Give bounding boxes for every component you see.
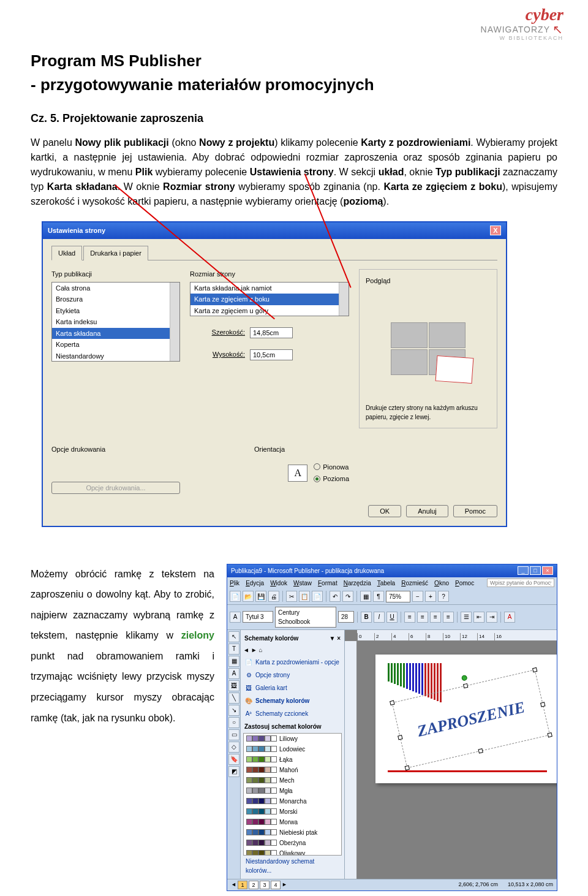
list-item[interactable]: Koperta	[52, 339, 179, 351]
list-item[interactable]: Etykieta	[52, 305, 179, 317]
justify-icon[interactable]: ≡	[443, 612, 454, 623]
wysokosc-input[interactable]	[250, 349, 293, 360]
anuluj-button[interactable]: Anuluj	[406, 505, 448, 517]
page-canvas[interactable]: ZAPROSZENIE	[375, 655, 557, 783]
shapes-icon[interactable]: ◇	[228, 742, 239, 753]
undo-icon[interactable]: ↶	[330, 591, 341, 602]
scheme-row[interactable]: Oliwkowy	[244, 848, 341, 856]
task-dropdown-icon[interactable]: ▼ ×	[329, 634, 341, 643]
menu-item[interactable]: Format	[318, 579, 337, 588]
nav-back-icon[interactable]: ◄	[243, 647, 249, 653]
close-button[interactable]: ×	[542, 566, 553, 575]
selection-handle[interactable]	[390, 700, 394, 705]
align-left-icon[interactable]: ≡	[404, 612, 415, 623]
page-tab[interactable]: 3	[260, 881, 270, 889]
nav-fwd-icon[interactable]: ►	[251, 647, 257, 653]
task-pane-item[interactable]: 📄Karta z pozdrowieniami - opcje	[243, 656, 342, 669]
styles-icon[interactable]: A	[230, 612, 241, 623]
scheme-row[interactable]: Łąka	[244, 754, 341, 765]
typ-publikacji-listbox[interactable]: Cała stronaBroszuraEtykietaKarta indeksu…	[51, 282, 180, 362]
canvas-area[interactable]: 0246810121416	[345, 630, 557, 879]
scheme-row[interactable]: Monarcha	[244, 796, 341, 807]
picture-icon[interactable]: 🖼	[228, 680, 239, 691]
radio-pionowa[interactable]: Pionowa	[314, 462, 349, 473]
list-item[interactable]: Cała strona	[52, 283, 179, 294]
list-item[interactable]: Karta indeksu	[52, 316, 179, 328]
scheme-row[interactable]: Oberżyna	[244, 838, 341, 848]
app-titlebar[interactable]: Publikacja9 - Microsoft Publisher - publ…	[227, 564, 557, 577]
columns-icon[interactable]: ▦	[360, 591, 371, 602]
zoom-in-icon[interactable]: +	[425, 591, 436, 602]
menu-item[interactable]: Edycja	[246, 579, 264, 588]
selection-handle[interactable]	[398, 735, 402, 740]
help-icon[interactable]: ?	[438, 591, 449, 602]
align-center-icon[interactable]: ≡	[417, 612, 428, 623]
menu-item[interactable]: Tabela	[377, 579, 395, 588]
bookmark-icon[interactable]: 🔖	[228, 754, 239, 765]
bullets-icon[interactable]: ☰	[461, 612, 472, 623]
scheme-row[interactable]: Liliowy	[244, 734, 341, 744]
list-item[interactable]: Broszura	[52, 294, 179, 305]
list-item[interactable]: Karta ze zgięciem z boku	[190, 294, 349, 305]
scheme-row[interactable]: Niebieski ptak	[244, 827, 341, 838]
task-pane-item[interactable]: AᵃSchematy czcionek	[243, 707, 342, 720]
insert-icon[interactable]: ¶	[373, 591, 384, 602]
align-right-icon[interactable]: ≡	[430, 612, 441, 623]
copy-icon[interactable]: 📋	[299, 591, 310, 602]
rozmiar-strony-listbox[interactable]: Karta składana jak namiotKarta ze zgięci…	[190, 282, 349, 316]
task-pane-item[interactable]: 🎨Schematy kolorów	[243, 694, 342, 707]
szerokosc-input[interactable]	[250, 327, 293, 338]
font-combo[interactable]: Century Schoolbook	[275, 607, 336, 628]
radio-pozioma[interactable]: Pozioma	[314, 474, 349, 484]
selection-handle[interactable]	[478, 748, 483, 753]
new-icon[interactable]: 📄	[230, 591, 241, 602]
task-pane-item[interactable]: 🖼Galeria kart	[243, 681, 342, 694]
pomoc-button[interactable]: Pomoc	[453, 505, 497, 517]
nav-prev-icon[interactable]: ◄	[231, 881, 236, 889]
scrollbar[interactable]	[170, 283, 179, 361]
style-combo[interactable]: Tytuł 3	[243, 611, 273, 623]
custom-scheme-link[interactable]: Niestandardowy schemat kolorów...	[243, 856, 342, 876]
redo-icon[interactable]: ↷	[342, 591, 353, 602]
save-icon[interactable]: 💾	[255, 591, 266, 602]
nav-home-icon[interactable]: ⌂	[258, 647, 262, 653]
selection-handle[interactable]	[547, 732, 552, 737]
page-navigator[interactable]: ◄ 1234►	[231, 881, 287, 889]
underline-icon[interactable]: U	[386, 612, 398, 623]
scheme-row[interactable]: Morwa	[244, 817, 341, 827]
menu-item[interactable]: Plik	[230, 579, 239, 588]
tab-drukarka[interactable]: Drukarka i papier	[83, 246, 148, 261]
wordart-icon[interactable]: A	[228, 668, 239, 679]
page-tab[interactable]: 2	[249, 881, 258, 889]
menu-item[interactable]: Okno	[434, 579, 449, 588]
textbox-icon[interactable]: T	[228, 644, 239, 655]
fontsize-combo[interactable]: 28	[338, 611, 354, 623]
scheme-row[interactable]: Mech	[244, 775, 341, 786]
tab-uklad[interactable]: Układ	[51, 246, 82, 261]
font-color-icon[interactable]: A	[504, 612, 515, 623]
print-icon[interactable]: 🖨	[268, 591, 279, 602]
selection-handle[interactable]	[405, 765, 410, 770]
list-item[interactable]: Niestandardowy	[52, 351, 179, 362]
indent-dec-icon[interactable]: ⇤	[473, 612, 484, 623]
ok-button[interactable]: OK	[368, 505, 401, 517]
nav-next-icon[interactable]: ►	[282, 881, 287, 889]
scheme-row[interactable]: Morski	[244, 807, 341, 817]
italic-icon[interactable]: I	[374, 612, 385, 623]
list-item[interactable]: Karta składana jak namiot	[190, 283, 349, 294]
task-pane-item[interactable]: ⚙Opcje strony	[243, 669, 342, 681]
arrow-icon[interactable]: ↘	[228, 705, 239, 716]
menu-item[interactable]: Wstaw	[293, 579, 312, 588]
selection-handle[interactable]	[532, 667, 537, 672]
paste-icon[interactable]: 📄	[312, 591, 323, 602]
scheme-row[interactable]: Mgła	[244, 786, 341, 796]
selection-handle[interactable]	[463, 683, 468, 688]
maximize-button[interactable]: □	[530, 566, 541, 575]
line-icon[interactable]: ╲	[228, 693, 239, 704]
scrollbar[interactable]	[339, 283, 349, 316]
close-button[interactable]: X	[490, 226, 501, 235]
menu-item[interactable]: Rozmieść	[401, 579, 428, 588]
dialog-titlebar[interactable]: Ustawienia strony X	[43, 222, 506, 239]
menu-item[interactable]: Pomoc	[455, 579, 474, 588]
open-icon[interactable]: 📂	[243, 591, 254, 602]
